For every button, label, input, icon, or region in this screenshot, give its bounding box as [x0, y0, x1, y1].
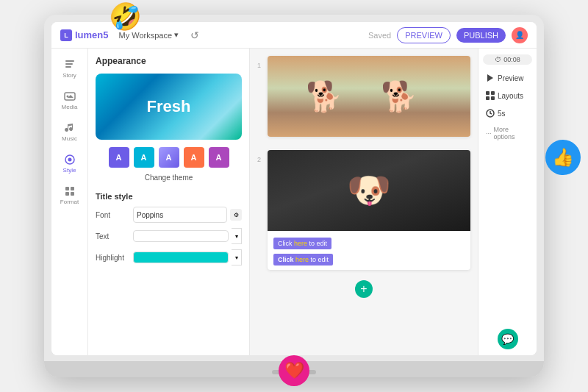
- svg-rect-8: [71, 187, 74, 190]
- slide-2-overlay: Click here to edit Click here to edit: [268, 231, 470, 270]
- emoji-heart: ❤️: [279, 355, 309, 386]
- emoji-laugh: 🤣: [109, 1, 142, 32]
- swatch-2[interactable]: A: [134, 147, 154, 168]
- svg-rect-2: [65, 66, 71, 68]
- logo-text: lumen5: [75, 29, 109, 40]
- text-color-dropdown[interactable]: ▾: [232, 228, 242, 244]
- font-settings-icon[interactable]: ⚙: [230, 209, 242, 221]
- sidebar-format-label: Format: [60, 199, 79, 205]
- text-control: ▾: [133, 228, 242, 244]
- add-slide-button[interactable]: +: [355, 280, 373, 298]
- svg-point-6: [68, 158, 71, 162]
- svg-rect-9: [65, 192, 69, 196]
- avatar: 👤: [512, 27, 528, 43]
- slide-1-image: [268, 56, 470, 137]
- title-style-section: Title style: [96, 192, 242, 201]
- panel-title: Appearance: [96, 56, 242, 66]
- layouts-action[interactable]: Layouts: [483, 88, 532, 103]
- preview-button[interactable]: PREVIEW: [397, 27, 451, 43]
- emoji-thumbsup: 👍: [545, 140, 581, 175]
- sidebar-item-format[interactable]: Format: [54, 181, 85, 210]
- theme-name: Fresh: [147, 97, 191, 116]
- duration-action-label: 5s: [498, 110, 506, 118]
- app-body: Story Media Music Style: [51, 49, 537, 355]
- sidebar-item-media[interactable]: Media: [54, 86, 85, 115]
- here-highlight-1: here: [294, 240, 307, 247]
- more-options-label: More options: [494, 126, 529, 140]
- highlight-color-dropdown[interactable]: ▾: [232, 249, 242, 266]
- appearance-panel: Appearance Fresh A A A A A Change theme: [88, 49, 250, 355]
- slide-2-image: [268, 150, 470, 231]
- logo: L lumen5: [60, 29, 109, 41]
- here-highlight-2: here: [295, 256, 309, 263]
- swatch-3[interactable]: A: [159, 147, 179, 168]
- slide-1: [268, 56, 470, 144]
- sidebar-style-label: Style: [63, 167, 76, 174]
- slide-1-card: [268, 56, 470, 137]
- edit-text-2[interactable]: Click here to edit: [273, 254, 333, 266]
- swatch-4[interactable]: A: [184, 147, 204, 168]
- canvas-area: 1 2: [250, 49, 478, 355]
- timer-badge: ⏱ 00:08: [483, 54, 532, 65]
- svg-rect-7: [65, 187, 69, 190]
- slides-container: 1 2: [257, 56, 470, 277]
- duration-action[interactable]: 5s: [483, 106, 532, 121]
- sidebar-item-music[interactable]: Music: [54, 118, 85, 146]
- svg-rect-12: [486, 91, 490, 95]
- chat-button[interactable]: 💬: [498, 329, 518, 349]
- slide-row-2: 2 Click here to edit Cl: [257, 150, 470, 277]
- slide-2: Click here to edit Click here to edit: [268, 150, 470, 277]
- svg-rect-13: [491, 91, 495, 95]
- header-right: Saved PREVIEW PUBLISH 👤: [368, 27, 528, 43]
- more-options-dots: ···: [486, 129, 492, 137]
- sidebar-icons: Story Media Music Style: [51, 49, 88, 355]
- font-select[interactable]: Poppins: [133, 207, 227, 223]
- slide-2-card: Click here to edit Click here to edit: [268, 150, 470, 270]
- sidebar-item-style[interactable]: Style: [54, 149, 85, 178]
- change-theme-button[interactable]: Change theme: [96, 174, 242, 182]
- chevron-down-icon: ▾: [174, 30, 179, 40]
- svg-rect-0: [65, 60, 74, 62]
- highlight-field-row: Highlight ▾: [96, 249, 242, 266]
- right-panel: ⏱ 00:08 Preview: [478, 49, 537, 355]
- saved-label: Saved: [368, 31, 391, 40]
- timer-value: 00:08: [503, 56, 520, 63]
- edit-text-1[interactable]: Click here to edit: [273, 238, 331, 249]
- theme-swatches: A A A A A: [96, 147, 242, 168]
- font-label: Font: [96, 211, 129, 219]
- highlight-control: ▾: [133, 249, 242, 266]
- more-options-action[interactable]: ··· More options: [483, 124, 532, 143]
- sidebar-item-story[interactable]: Story: [54, 54, 85, 83]
- layouts-action-label: Layouts: [498, 92, 523, 100]
- slide-row-1: 1: [257, 56, 470, 144]
- laptop: L lumen5 My Workspace ▾ ↺ Saved PREVIEW …: [44, 15, 544, 377]
- sidebar-media-label: Media: [62, 104, 78, 110]
- svg-rect-15: [491, 96, 495, 100]
- highlight-label: Highlight: [96, 254, 129, 262]
- preview-action-label: Preview: [498, 74, 524, 82]
- font-control: Poppins ⚙: [133, 207, 242, 223]
- text-color-bar[interactable]: [133, 230, 229, 242]
- logo-icon: L: [60, 29, 72, 41]
- highlight-color-bar[interactable]: [133, 252, 229, 263]
- swatch-1[interactable]: A: [109, 147, 129, 168]
- text-label: Text: [96, 232, 129, 240]
- timer-icon: ⏱: [495, 56, 501, 63]
- laptop-screen: L lumen5 My Workspace ▾ ↺ Saved PREVIEW …: [51, 22, 537, 355]
- sidebar-music-label: Music: [62, 135, 77, 142]
- publish-button[interactable]: PUBLISH: [456, 28, 506, 43]
- slide-1-number: 1: [257, 56, 263, 69]
- svg-rect-10: [71, 192, 74, 196]
- svg-rect-1: [65, 63, 73, 65]
- swatch-5[interactable]: A: [209, 147, 229, 168]
- svg-marker-11: [487, 74, 493, 82]
- text-field-row: Text ▾: [96, 228, 242, 244]
- scene: 🤣 👍 ❤️ L lumen5 My Workspace ▾ ↺ Saved P…: [0, 0, 588, 392]
- slide-2-number: 2: [257, 150, 263, 163]
- svg-rect-14: [486, 96, 490, 100]
- font-field-row: Font Poppins ⚙: [96, 207, 242, 223]
- theme-preview: Fresh: [96, 74, 242, 140]
- undo-button[interactable]: ↺: [190, 29, 199, 41]
- sidebar-story-label: Story: [62, 72, 76, 79]
- preview-action[interactable]: Preview: [483, 71, 532, 85]
